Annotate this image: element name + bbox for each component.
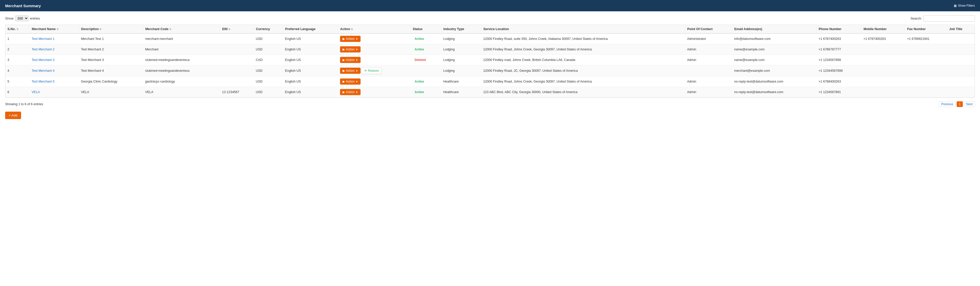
table-row: 3 Test Merchant 3 Test Merchant 3 clubme… (5, 55, 975, 66)
cell-status: Active (410, 44, 441, 55)
search-area: Search: (910, 15, 975, 22)
col-currency[interactable]: Currency (254, 25, 283, 34)
col-industry-type[interactable]: Industry Type (441, 25, 481, 34)
action-dropdown-button[interactable]: ▶ Action ▼ (340, 68, 361, 74)
merchant-link[interactable]: Test Merchant 4 (32, 69, 54, 72)
cell-merchant-code: VELA (143, 87, 220, 97)
cell-point-of-contact: Admin (685, 44, 732, 55)
col-fax[interactable]: Fax Number (905, 25, 947, 34)
cell-phone: +1 12344567899 (816, 66, 861, 77)
entries-select[interactable]: 200 10 25 50 100 (15, 16, 29, 21)
merchant-table: S.No.⇅ Merchant Name⇅ Description⇅ Merch… (5, 25, 975, 97)
cell-currency: USD (254, 77, 283, 87)
cell-status: Active (410, 34, 441, 44)
chevron-down-icon: ▼ (355, 69, 358, 72)
cell-currency: CAD (254, 55, 283, 66)
cell-industry-type: Lodging (441, 34, 481, 44)
show-label: Show (5, 16, 14, 20)
chevron-down-icon: ▼ (355, 80, 358, 83)
cell-action: ▶ Action ▼ (338, 44, 410, 55)
play-icon: ▶ (343, 90, 345, 94)
action-dropdown-button[interactable]: ▶ Action ▼ (340, 78, 361, 85)
cell-fax (905, 87, 947, 97)
previous-button[interactable]: Previous (939, 101, 956, 107)
merchant-link[interactable]: Test Merchant 2 (32, 48, 54, 51)
action-dropdown-button[interactable]: ▶ Action ▼ (340, 46, 361, 53)
cell-job-title (947, 77, 975, 87)
status-badge: Active (413, 36, 426, 42)
col-point-of-contact[interactable]: Point Of Contact (685, 25, 732, 34)
col-merchant-name[interactable]: Merchant Name⇅ (30, 25, 79, 34)
cell-job-title (947, 66, 975, 77)
cell-point-of-contact: Admin (685, 87, 732, 97)
cell-fax (905, 44, 947, 55)
header: Merchant Summary ▦ Show Filters (0, 0, 980, 11)
play-icon: ▶ (343, 58, 345, 62)
app-container: Merchant Summary ▦ Show Filters Show 200… (0, 0, 980, 286)
cell-service-location: 12000 Findley Road, Johns Creek, Georgia… (481, 44, 685, 55)
merchant-link[interactable]: VELA (32, 90, 40, 94)
play-icon: ▶ (343, 37, 345, 41)
cell-email: merchant@example.com (732, 66, 816, 77)
cell-phone: +1 1234567891 (816, 87, 861, 97)
col-phone[interactable]: Phone Number (816, 25, 861, 34)
cell-preferred-language: English US (283, 87, 338, 97)
cell-description: Test Merchant 4 (79, 66, 143, 77)
cell-merchant-code: Merchant (143, 44, 220, 55)
cell-service-location: 12000 Findley Road, suite 350, Johns Cre… (481, 34, 685, 44)
col-preferred-language[interactable]: Preferred Language (283, 25, 338, 34)
col-service-location[interactable]: Service Location (481, 25, 685, 34)
cell-industry-type: Lodging (441, 66, 481, 77)
add-button[interactable]: + Add (5, 112, 21, 119)
search-input[interactable] (923, 15, 975, 22)
col-status[interactable]: Status (410, 25, 441, 34)
cell-merchant-name: Test Merchant 5 (30, 77, 79, 87)
play-icon: ▶ (343, 48, 345, 51)
cell-description: VELA (79, 87, 143, 97)
col-ein[interactable]: EIN⇅ (220, 25, 254, 34)
cell-currency: USD (254, 66, 283, 77)
col-job-title[interactable]: Job Title (947, 25, 975, 34)
cell-status (410, 66, 441, 77)
cell-sno: 4 (5, 66, 30, 77)
cell-action: ▶ Action ▼ (338, 87, 410, 97)
col-description[interactable]: Description⇅ (79, 25, 143, 34)
show-filters-button[interactable]: ▦ Show Filters (954, 4, 975, 8)
restore-button[interactable]: ⟳ Restore (361, 67, 382, 74)
merchant-link[interactable]: Test Merchant 5 (32, 80, 54, 83)
cell-service-location: 123 ABC Blvd, ABC City, Georgia 30000, U… (481, 87, 685, 97)
cell-description: Test Merchant 3 (79, 55, 143, 66)
cell-fax (905, 55, 947, 66)
top-controls: Show 200 10 25 50 100 entries Search: (5, 15, 975, 22)
col-merchant-code[interactable]: Merchant Code⇅ (143, 25, 220, 34)
cell-mobile (861, 44, 905, 55)
cell-description: Georgia Clinic Cardiology (79, 77, 143, 87)
col-email[interactable]: Email Address(es) (732, 25, 816, 34)
page-title: Merchant Summary (5, 3, 41, 8)
action-dropdown-button[interactable]: ▶ Action ▼ (340, 57, 361, 63)
cell-sno: 1 (5, 34, 30, 44)
action-dropdown-button[interactable]: ▶ Action ▼ (340, 36, 361, 42)
cell-point-of-contact: Admin (685, 55, 732, 66)
cell-phone: +1 6786787777 (816, 44, 861, 55)
showing-entries-text: Showing 1 to 6 of 6 entries (5, 102, 43, 106)
cell-ein (220, 44, 254, 55)
chevron-down-icon: ▼ (355, 59, 358, 61)
col-action[interactable]: Action⇅ (338, 25, 410, 34)
merchant-link[interactable]: Test Merchant 3 (32, 58, 54, 62)
page-1-button[interactable]: 1 (957, 101, 963, 107)
table-row: 1 Test Merchant 1 Merchant Test 1 mercha… (5, 34, 975, 44)
entries-label: entries (30, 16, 40, 20)
action-dropdown-button[interactable]: ▶ Action ▼ (340, 89, 361, 95)
next-button[interactable]: Next (964, 101, 975, 107)
merchant-link[interactable]: Test Merchant 1 (32, 37, 54, 41)
play-icon: ▶ (343, 69, 345, 72)
cell-currency: USD (254, 44, 283, 55)
cell-merchant-name: Test Merchant 2 (30, 44, 79, 55)
cell-action: ▶ Action ▼ ⟳ Restore (338, 66, 410, 77)
cell-sno: 2 (5, 44, 30, 55)
status-badge: Active (413, 47, 426, 52)
cell-phone: +1 6787400263 (816, 34, 861, 44)
col-mobile[interactable]: Mobile Number (861, 25, 905, 34)
col-sno[interactable]: S.No.⇅ (5, 25, 30, 34)
